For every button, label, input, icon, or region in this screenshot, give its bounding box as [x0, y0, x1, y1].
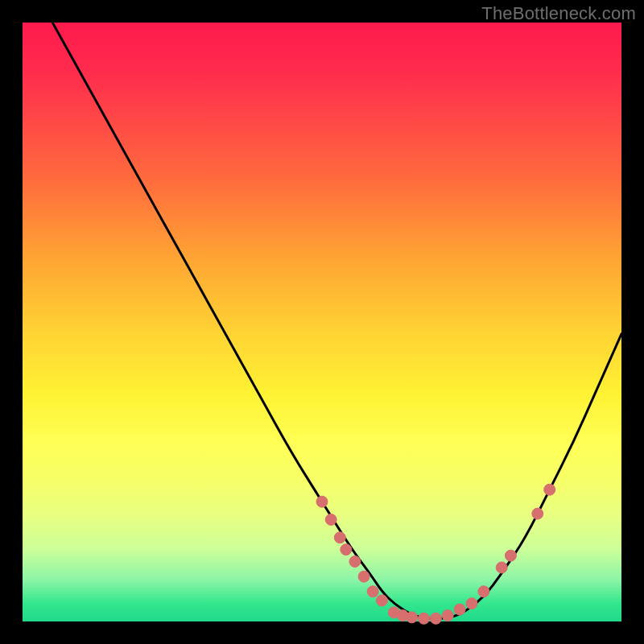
data-marker [358, 571, 369, 582]
data-marker [407, 612, 418, 623]
chart-frame: TheBottleneck.com [0, 0, 644, 644]
data-marker [496, 562, 507, 573]
data-marker [316, 496, 328, 507]
bottleneck-curve [52, 23, 621, 618]
data-marker [430, 613, 441, 624]
markers-group [316, 484, 555, 624]
data-marker [466, 598, 477, 609]
data-marker [454, 604, 465, 615]
data-marker [334, 532, 345, 543]
data-marker [505, 550, 516, 561]
chart-plot-area [23, 23, 621, 621]
chart-svg [23, 23, 621, 621]
data-marker [349, 556, 361, 568]
data-marker [442, 610, 453, 621]
data-marker [376, 595, 387, 606]
data-marker [341, 544, 352, 555]
data-marker [532, 508, 543, 519]
data-marker [544, 484, 555, 495]
data-marker [478, 586, 489, 597]
data-marker [325, 514, 336, 526]
watermark-text: TheBottleneck.com [481, 3, 636, 24]
curve-group [52, 23, 621, 618]
data-marker [419, 613, 430, 624]
data-marker [367, 586, 378, 597]
